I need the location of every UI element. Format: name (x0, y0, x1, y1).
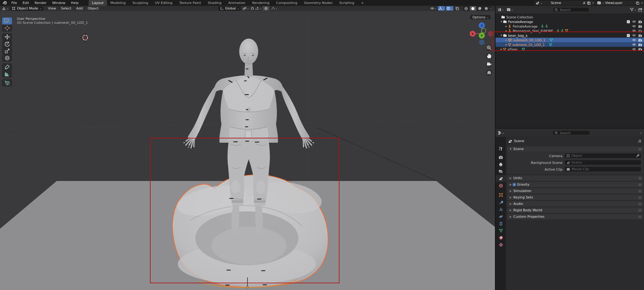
tool-annotate[interactable] (2, 63, 12, 70)
workspace-tab-animation[interactable]: Animation (225, 0, 249, 6)
viewlayer-selector-chevron[interactable] (602, 1, 604, 5)
viewport-menu-object[interactable]: Object (85, 6, 101, 10)
menu-render[interactable]: Render (32, 0, 49, 6)
show-overlays-toggle[interactable] (446, 6, 453, 11)
menu-file[interactable]: File (9, 0, 20, 6)
pin-id-icon[interactable] (638, 139, 642, 143)
xray-toggle[interactable] (454, 6, 461, 11)
panel-header-units[interactable]: Units (507, 175, 643, 181)
eyedropper-icon[interactable] (636, 154, 639, 157)
tab-world[interactable] (496, 182, 506, 189)
tab-object-data[interactable] (496, 227, 506, 234)
transform-orientation-dropdown[interactable]: Global (218, 6, 241, 11)
shading-solid-button[interactable] (470, 6, 476, 11)
workspace-tab-sculpting[interactable]: Sculpting (129, 0, 151, 6)
proportional-editing-toggle[interactable] (263, 6, 269, 11)
scene-selector[interactable]: Scene × (534, 1, 596, 5)
workspace-tab-modeling[interactable]: Modeling (107, 0, 129, 6)
hide-eye-icon[interactable] (632, 25, 636, 28)
show-visibilities-dropdown[interactable] (430, 6, 437, 11)
tool-transform[interactable] (2, 55, 12, 62)
add-workspace-button[interactable]: + (358, 0, 367, 6)
menu-edit[interactable]: Edit (20, 0, 32, 6)
shading-material-button[interactable] (477, 6, 483, 11)
menu-window[interactable]: Window (49, 0, 68, 6)
workspace-tab-uv-editing[interactable]: UV Editing (151, 0, 176, 6)
navigation-gizmo[interactable]: Z X Y (470, 21, 494, 45)
options-dropdown[interactable]: Options (470, 15, 491, 19)
properties-options-chevron[interactable] (640, 131, 642, 135)
background-scene-field[interactable]: Scene (565, 160, 641, 165)
tool-move[interactable] (2, 33, 12, 40)
workspace-tab-rendering[interactable]: Rendering (249, 0, 273, 6)
shading-rendered-button[interactable] (483, 6, 490, 11)
new-collection-button[interactable] (638, 8, 642, 12)
shading-wireframe-button[interactable] (463, 6, 470, 11)
tab-render[interactable] (496, 154, 506, 161)
remove-viewlayer-icon[interactable]: × (641, 1, 643, 5)
tab-view-layer[interactable] (496, 168, 506, 175)
properties-search[interactable] (553, 130, 590, 135)
tool-select-box[interactable] (2, 17, 12, 24)
duplicate-viewlayer-icon[interactable] (636, 1, 639, 5)
mode-dropdown[interactable]: Object Mode (10, 6, 43, 11)
proportional-falloff-dropdown[interactable] (271, 6, 277, 10)
outliner-row-femaleaverage-armature[interactable]: FemaleAverage (496, 24, 644, 28)
hide-eye-icon[interactable] (632, 20, 636, 23)
panel-grip[interactable] (638, 148, 642, 150)
gizmo-z-negative[interactable] (479, 40, 485, 45)
workspace-tab-texture-paint[interactable]: Texture Paint (176, 0, 205, 6)
panel-header-simulation[interactable]: Simulation (507, 188, 643, 194)
shading-dropdown[interactable] (490, 6, 492, 10)
tab-material[interactable] (496, 234, 506, 241)
gravity-checkbox[interactable]: ✓ (513, 183, 516, 186)
properties-search-input[interactable] (559, 131, 585, 135)
editor-type-selector[interactable] (2, 6, 8, 10)
expand-caret[interactable] (500, 21, 503, 23)
viewport-menu-add[interactable]: Add (74, 6, 85, 10)
camera-view-button[interactable] (485, 61, 493, 68)
toggle-orthographic-button[interactable] (485, 69, 493, 76)
pin-icon[interactable] (583, 1, 586, 5)
tab-modifiers[interactable] (496, 199, 506, 206)
properties-editor-type-selector[interactable] (497, 131, 504, 135)
tool-rotate[interactable] (2, 40, 12, 47)
workspace-tab-geometry-nodes[interactable]: Geometry Nodes (301, 0, 336, 6)
blender-logo-icon[interactable] (2, 1, 7, 5)
camera-field[interactable]: Object (565, 153, 641, 158)
outliner-search-input[interactable] (559, 8, 585, 12)
tool-cursor[interactable] (2, 24, 12, 32)
collection-checkbox[interactable]: ✓ (627, 20, 630, 23)
active-clip-field[interactable]: Movie Clip (565, 167, 641, 171)
expand-caret[interactable] (505, 25, 508, 28)
outliner-row-femaleaverage-collection[interactable]: FemaleAverage ✓ (496, 19, 644, 24)
pivot-point-dropdown[interactable] (243, 6, 249, 10)
viewport-menu-select[interactable]: Select (59, 6, 74, 10)
snap-toggle[interactable] (251, 6, 261, 10)
pan-view-button[interactable] (485, 52, 493, 60)
outliner-row-scene-collection[interactable]: Scene Collection (496, 15, 644, 19)
panel-header-keying-sets[interactable]: Keying Sets (507, 195, 643, 200)
tab-scene[interactable] (496, 175, 506, 182)
viewport-menu-view[interactable]: View (46, 6, 59, 10)
show-gizmo-toggle[interactable] (438, 6, 445, 11)
workspace-tab-compositing[interactable]: Compositing (273, 0, 301, 6)
new-scene-button[interactable] (587, 1, 591, 5)
panel-header-rigid-body-world[interactable]: Rigid Body World (507, 208, 643, 213)
disable-render-camera-icon[interactable] (638, 20, 642, 23)
tool-add-cube[interactable] (2, 79, 12, 86)
panel-header-gravity[interactable]: ✓ Gravity (507, 182, 643, 187)
tab-tool[interactable] (496, 145, 506, 152)
workspace-tab-shading[interactable]: Shading (205, 0, 225, 6)
outliner-editor-type-selector[interactable] (497, 8, 504, 12)
tab-constraints[interactable] (496, 220, 506, 227)
panel-header-scene[interactable]: Scene (507, 146, 643, 152)
tool-measure[interactable] (2, 70, 12, 77)
tab-texture[interactable] (496, 241, 506, 248)
disable-render-camera-icon[interactable] (638, 25, 642, 28)
tab-object[interactable] (496, 191, 506, 198)
tab-particles[interactable] (496, 206, 506, 213)
tab-output[interactable] (496, 161, 506, 168)
outliner-search[interactable] (553, 7, 589, 12)
panel-header-audio[interactable]: Audio (507, 201, 643, 206)
